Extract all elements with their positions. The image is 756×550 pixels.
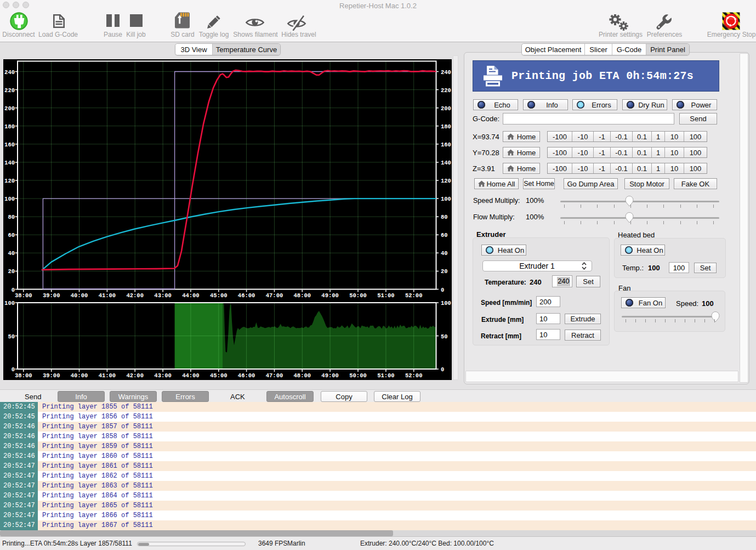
svg-text:50: 50 xyxy=(441,333,448,340)
svg-text:46:00: 46:00 xyxy=(238,372,255,379)
svg-text:50:00: 50:00 xyxy=(349,292,367,299)
svg-text:51:00: 51:00 xyxy=(377,372,395,379)
svg-text:160: 160 xyxy=(4,141,15,148)
svg-text:180: 180 xyxy=(4,123,15,130)
svg-text:47:00: 47:00 xyxy=(266,292,283,299)
svg-text:200: 200 xyxy=(4,105,15,112)
svg-text:43:00: 43:00 xyxy=(154,372,172,379)
svg-text:120: 120 xyxy=(4,178,15,184)
svg-text:120: 120 xyxy=(441,178,451,184)
svg-text:39:00: 39:00 xyxy=(43,372,60,379)
svg-text:60: 60 xyxy=(441,232,448,239)
svg-text:49:00: 49:00 xyxy=(321,292,339,299)
svg-text:100: 100 xyxy=(4,196,15,202)
svg-text:40:00: 40:00 xyxy=(71,372,88,379)
svg-text:38:00: 38:00 xyxy=(15,372,32,379)
svg-text:0: 0 xyxy=(441,366,444,373)
svg-text:43:00: 43:00 xyxy=(154,292,172,299)
svg-text:50:00: 50:00 xyxy=(349,372,367,379)
svg-text:80: 80 xyxy=(8,214,15,220)
svg-text:20: 20 xyxy=(441,268,448,275)
svg-text:52:00: 52:00 xyxy=(405,372,423,379)
svg-text:100: 100 xyxy=(441,300,451,307)
svg-text:48:00: 48:00 xyxy=(294,292,311,299)
svg-text:240: 240 xyxy=(441,69,451,76)
svg-text:47:00: 47:00 xyxy=(266,372,283,379)
svg-text:240: 240 xyxy=(4,69,15,76)
svg-text:42:00: 42:00 xyxy=(126,372,144,379)
svg-text:38:00: 38:00 xyxy=(15,292,32,299)
svg-text:100: 100 xyxy=(441,196,451,202)
svg-text:220: 220 xyxy=(4,87,15,94)
svg-text:40: 40 xyxy=(8,250,15,257)
svg-text:80: 80 xyxy=(441,214,448,220)
svg-text:51:00: 51:00 xyxy=(377,292,395,299)
svg-text:39:00: 39:00 xyxy=(43,292,60,299)
svg-text:41:00: 41:00 xyxy=(99,372,116,379)
svg-text:60: 60 xyxy=(8,232,15,239)
svg-text:20: 20 xyxy=(8,268,15,275)
svg-text:50: 50 xyxy=(8,333,15,340)
svg-text:100: 100 xyxy=(4,300,15,307)
svg-text:160: 160 xyxy=(441,141,451,148)
svg-text:0: 0 xyxy=(441,287,444,293)
svg-text:40: 40 xyxy=(441,250,448,257)
svg-text:180: 180 xyxy=(441,123,451,130)
svg-text:44:00: 44:00 xyxy=(182,292,200,299)
svg-text:140: 140 xyxy=(4,160,15,166)
svg-text:46:00: 46:00 xyxy=(238,292,255,299)
svg-text:44:00: 44:00 xyxy=(182,372,200,379)
svg-text:220: 220 xyxy=(441,87,451,94)
svg-text:52:00: 52:00 xyxy=(405,292,423,299)
svg-text:49:00: 49:00 xyxy=(321,372,339,379)
svg-text:40:00: 40:00 xyxy=(71,292,88,299)
svg-text:41:00: 41:00 xyxy=(99,292,116,299)
svg-text:140: 140 xyxy=(441,160,451,166)
svg-text:45:00: 45:00 xyxy=(210,292,228,299)
svg-text:48:00: 48:00 xyxy=(294,372,311,379)
svg-text:200: 200 xyxy=(441,105,451,112)
svg-text:42:00: 42:00 xyxy=(126,292,144,299)
svg-text:45:00: 45:00 xyxy=(210,372,228,379)
